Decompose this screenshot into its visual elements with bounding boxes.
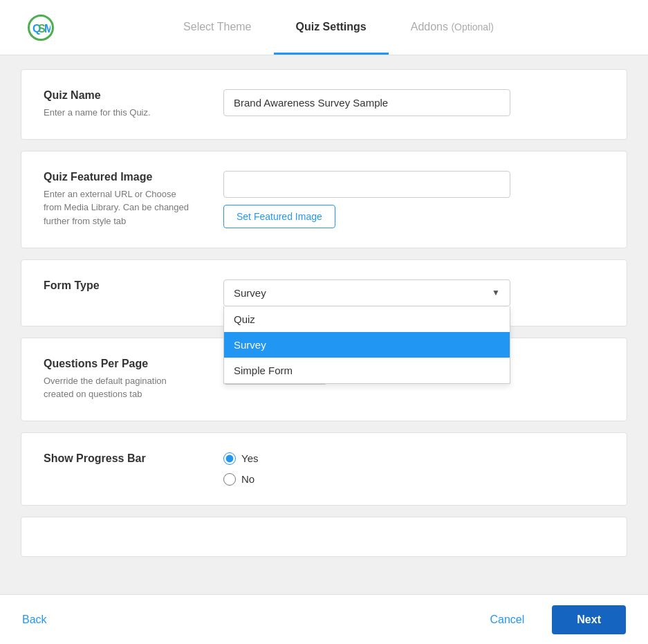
questions-per-page-label-group: Questions Per Page Override the default … xyxy=(44,358,196,401)
main-content: Quiz Name Enter a name for this Quiz. Qu… xyxy=(0,55,648,594)
form-type-row: Form Type Survey ▼ Quiz Survey xyxy=(44,279,604,306)
quiz-name-input[interactable] xyxy=(223,89,510,116)
quiz-name-hint: Enter a name for this Quiz. xyxy=(44,106,196,120)
quiz-featured-image-input[interactable] xyxy=(223,171,510,198)
tab-quiz-settings[interactable]: Quiz Settings xyxy=(274,1,389,55)
form-type-label: Form Type xyxy=(44,279,196,292)
form-type-control: Survey ▼ Quiz Survey Simple Form xyxy=(223,279,604,306)
svg-text:M: M xyxy=(44,23,50,35)
quiz-name-card: Quiz Name Enter a name for this Quiz. xyxy=(21,69,627,140)
quiz-featured-image-card: Quiz Featured Image Enter an external UR… xyxy=(21,151,627,248)
quiz-name-label: Quiz Name xyxy=(44,89,196,102)
quiz-name-label-group: Quiz Name Enter a name for this Quiz. xyxy=(44,89,196,120)
quiz-featured-image-control: Set Featured Image xyxy=(223,171,604,228)
questions-per-page-hint: Override the default pagination created … xyxy=(44,374,196,401)
show-progress-bar-card: Show Progress Bar Yes No xyxy=(21,432,627,506)
questions-per-page-label: Questions Per Page xyxy=(44,358,196,370)
quiz-name-row: Quiz Name Enter a name for this Quiz. xyxy=(44,89,604,120)
back-button[interactable]: Back xyxy=(22,608,47,632)
next-button[interactable]: Next xyxy=(552,605,626,634)
tab-addons[interactable]: Addons (Optional) xyxy=(389,1,516,55)
quiz-featured-image-label: Quiz Featured Image xyxy=(44,171,196,183)
dropdown-item-quiz[interactable]: Quiz xyxy=(224,306,510,332)
partial-card xyxy=(21,517,627,557)
show-progress-bar-label-group: Show Progress Bar xyxy=(44,452,196,469)
footer-right: Cancel Next xyxy=(479,605,627,634)
footer: Back Cancel Next xyxy=(0,594,648,644)
chevron-down-icon: ▼ xyxy=(492,288,500,297)
show-progress-bar-control: Yes No xyxy=(223,452,604,486)
header: Q S M Select Theme Quiz Settings Addons … xyxy=(0,0,648,55)
logo-icon: Q S M xyxy=(31,18,50,37)
quiz-featured-image-label-group: Quiz Featured Image Enter an external UR… xyxy=(44,171,196,228)
form-type-selected-value: Survey xyxy=(234,287,266,299)
form-type-label-group: Form Type xyxy=(44,279,196,296)
progress-bar-yes-radio[interactable] xyxy=(223,452,236,465)
dropdown-item-simple-form[interactable]: Simple Form xyxy=(224,358,510,383)
progress-bar-no-radio[interactable] xyxy=(223,473,236,486)
set-featured-image-button[interactable]: Set Featured Image xyxy=(223,205,335,228)
tab-select-theme[interactable]: Select Theme xyxy=(161,1,273,55)
progress-bar-radio-group: Yes No xyxy=(223,452,604,486)
nav-tabs: Select Theme Quiz Settings Addons (Optio… xyxy=(57,1,620,54)
progress-bar-no-option[interactable]: No xyxy=(223,473,604,486)
form-type-card: Form Type Survey ▼ Quiz Survey xyxy=(21,259,627,326)
dropdown-item-survey[interactable]: Survey xyxy=(224,332,510,358)
quiz-featured-image-hint: Enter an external URL or Choose from Med… xyxy=(44,187,196,228)
show-progress-bar-label: Show Progress Bar xyxy=(44,452,196,465)
form-type-select-wrapper: Survey ▼ Quiz Survey Simple Form xyxy=(223,279,510,306)
logo: Q S M xyxy=(28,15,57,41)
show-progress-bar-row: Show Progress Bar Yes No xyxy=(44,452,604,486)
quiz-name-control xyxy=(223,89,604,116)
cancel-button[interactable]: Cancel xyxy=(479,608,536,632)
form-type-dropdown: Quiz Survey Simple Form xyxy=(223,306,510,384)
logo-circle: Q S M xyxy=(28,15,54,41)
progress-bar-yes-option[interactable]: Yes xyxy=(223,452,604,465)
form-type-select[interactable]: Survey ▼ xyxy=(223,279,510,306)
quiz-featured-image-row: Quiz Featured Image Enter an external UR… xyxy=(44,171,604,228)
